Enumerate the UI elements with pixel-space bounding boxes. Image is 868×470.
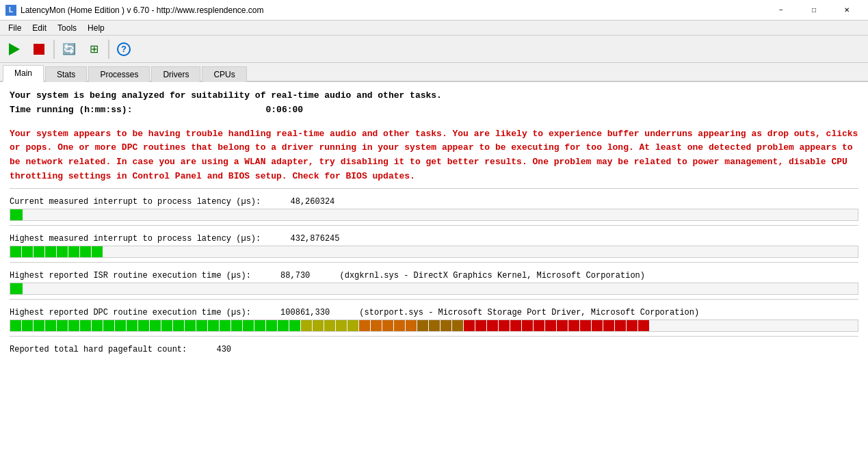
grid-button[interactable]: ⊞ (82, 38, 105, 61)
tab-stats[interactable]: Stats (45, 66, 87, 82)
dpc-seg (638, 320, 649, 331)
dpc-seg (406, 320, 417, 331)
menu-edit[interactable]: Edit (27, 22, 52, 34)
dpc-seg (545, 320, 556, 331)
dpc-seg (150, 320, 161, 331)
toolbar-separator-2 (108, 40, 109, 59)
highest-interrupt-bar (10, 246, 858, 258)
dpc-seg (603, 320, 614, 331)
dpc-seg (475, 320, 486, 331)
play-button[interactable] (3, 38, 26, 61)
play-icon (9, 43, 20, 55)
dpc-seg (464, 320, 475, 331)
divider3 (10, 262, 858, 263)
dpc-seg (336, 320, 347, 331)
dpc-seg (440, 320, 451, 331)
current-interrupt-bar (10, 209, 858, 221)
divider1 (10, 188, 858, 189)
dpc-seg (568, 320, 579, 331)
minimize-button[interactable]: − (765, 0, 797, 21)
status-line1: Your system is being analyzed for suitab… (10, 90, 442, 101)
dpc-seg (185, 320, 196, 331)
tab-drivers[interactable]: Drivers (151, 66, 200, 82)
dpc-seg (301, 320, 312, 331)
dpc-seg (522, 320, 533, 331)
highest-isr-bar (10, 283, 858, 295)
warning-text: Your system appears to be having trouble… (10, 127, 858, 184)
status-time-label: Time running (h:mm:ss): (10, 105, 132, 115)
dpc-seg (138, 320, 149, 331)
refresh-icon: 🔄 (62, 42, 76, 55)
pagefault-label: Reported total hard pagefault count: 430 (10, 345, 858, 354)
highest-interrupt-metric: Highest measured interrupt to process la… (10, 234, 858, 258)
dpc-seg (278, 320, 289, 331)
dpc-seg (313, 320, 324, 331)
help-button[interactable]: ? (112, 38, 135, 61)
dpc-seg (592, 320, 603, 331)
dpc-seg (289, 320, 300, 331)
highest-interrupt-value: 432,876245 (290, 234, 339, 244)
menu-help[interactable]: Help (82, 22, 110, 34)
seg (10, 246, 21, 257)
dpc-seg (429, 320, 440, 331)
dpc-seg (103, 320, 114, 331)
dpc-seg (208, 320, 219, 331)
dpc-seg (231, 320, 242, 331)
dpc-seg (394, 320, 405, 331)
seg (80, 246, 91, 257)
title-bar: L LatencyMon (Home Edition ) v 6.70 - ht… (0, 0, 868, 21)
dpc-seg (499, 320, 510, 331)
tab-processes[interactable]: Processes (88, 66, 150, 82)
dpc-seg (580, 320, 591, 331)
stop-button[interactable] (27, 38, 51, 61)
dpc-seg (627, 320, 637, 331)
dpc-seg (266, 320, 277, 331)
tab-cpus[interactable]: CPUs (202, 66, 246, 82)
dpc-seg (243, 320, 254, 331)
dpc-seg (254, 320, 265, 331)
highest-isr-label: Highest reported ISR routine execution t… (10, 271, 858, 280)
dpc-seg (359, 320, 370, 331)
divider2 (10, 225, 858, 226)
dpc-seg (534, 320, 544, 331)
menu-file[interactable]: File (3, 22, 27, 34)
dpc-seg (127, 320, 137, 331)
toolbar: 🔄 ⊞ ? (0, 36, 868, 63)
dpc-seg (452, 320, 463, 331)
dpc-seg (57, 320, 68, 331)
dpc-seg (417, 320, 428, 331)
dpc-segments (10, 320, 649, 331)
pagefault-metric: Reported total hard pagefault count: 430 (10, 345, 858, 354)
highest-dpc-detail: (storport.sys - Microsoft Storage Port D… (359, 308, 699, 317)
highest-dpc-label: Highest reported DPC routine execution t… (10, 308, 858, 317)
seg (45, 246, 56, 257)
status-text: Your system is being analyzed for suitab… (10, 89, 858, 118)
highest-isr-detail: (dxgkrnl.sys - DirectX Graphics Kernel, … (340, 271, 645, 280)
highest-dpc-bar (10, 319, 858, 332)
seg (92, 246, 103, 257)
dpc-seg (371, 320, 382, 331)
close-button[interactable]: ✕ (831, 0, 863, 21)
highest-dpc-metric: Highest reported DPC routine execution t… (10, 308, 858, 332)
refresh-button[interactable]: 🔄 (57, 38, 81, 61)
stop-icon (34, 44, 44, 55)
menu-tools[interactable]: Tools (52, 22, 82, 34)
dpc-seg (115, 320, 126, 331)
maximize-button[interactable]: □ (798, 0, 830, 21)
divider4 (10, 299, 858, 300)
dpc-seg (80, 320, 91, 331)
bar-fill-isr (10, 283, 23, 294)
toolbar-separator (53, 40, 55, 59)
dpc-seg (615, 320, 626, 331)
dpc-seg (557, 320, 568, 331)
tab-main[interactable]: Main (3, 65, 44, 82)
seg (34, 246, 44, 257)
dpc-seg (220, 320, 231, 331)
divider5 (10, 336, 858, 337)
dpc-seg (173, 320, 184, 331)
status-time-value: 0:06:00 (265, 105, 303, 115)
dpc-seg (45, 320, 56, 331)
window-controls: − □ ✕ (765, 0, 863, 21)
help-icon: ? (117, 42, 131, 56)
highest-isr-value: 88,730 (280, 271, 310, 280)
